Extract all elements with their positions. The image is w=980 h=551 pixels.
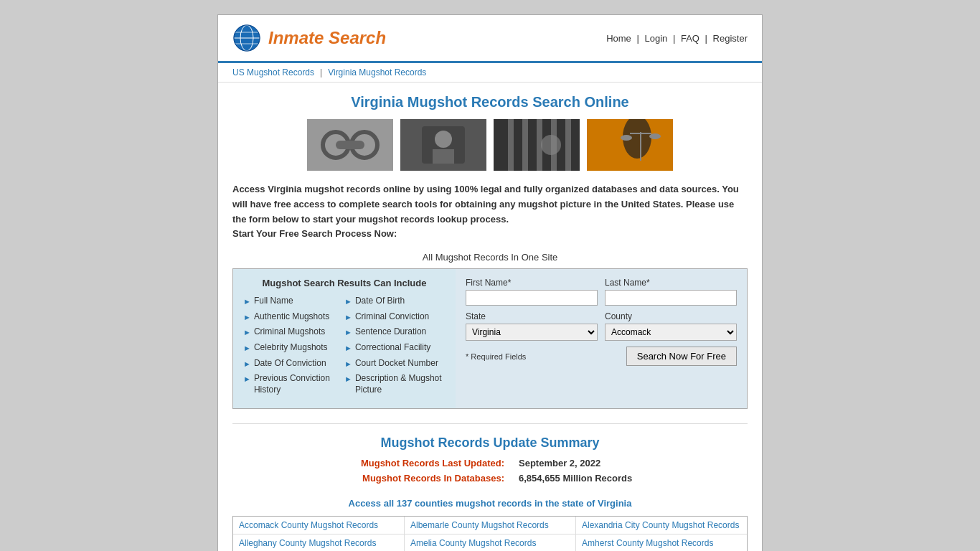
features-grid: ► Full Name ► Authentic Mugshots ► Crimi… (243, 296, 446, 400)
county-cell: Amelia County Mugshot Records (405, 534, 576, 551)
arrow-icon: ► (344, 374, 352, 384)
features-col-1: ► Full Name ► Authentic Mugshots ► Crimi… (243, 296, 344, 400)
feature-criminal-conviction: ► Criminal Conviction (344, 311, 446, 323)
search-section: Mugshot Search Results Can Include ► Ful… (232, 268, 748, 409)
feature-criminal-mugshots: ► Criminal Mugshots (243, 326, 344, 338)
features-col-2: ► Date Of Birth ► Criminal Conviction ► … (344, 296, 446, 400)
last-name-group: Last Name* (605, 278, 737, 306)
arrest-image (400, 119, 486, 171)
last-updated-label: Mugshot Records Last Updated: (318, 458, 504, 468)
feature-date-of-birth: ► Date Of Birth (344, 296, 446, 307)
breadcrumb: US Mugshot Records | Virginia Mugshot Re… (218, 63, 762, 83)
in-databases-label: Mugshot Records In Databases: (318, 473, 504, 484)
last-updated-value: September 2, 2022 (519, 458, 662, 468)
last-name-label: Last Name* (605, 278, 737, 288)
arrow-icon: ► (243, 359, 251, 369)
svg-rect-9 (336, 141, 364, 149)
counties-row-2: Alleghany County Mugshot Records Amelia … (233, 534, 747, 551)
last-name-input[interactable] (605, 290, 737, 306)
feature-sentence-duration: ► Sentence Duration (344, 326, 446, 338)
feature-description-mugshot: ► Description & Mugshot Picture (344, 373, 446, 395)
in-databases-row: Mugshot Records In Databases: 6,854,655 … (232, 473, 748, 484)
globe-icon (232, 24, 261, 52)
page-title: Virginia Mugshot Records Search Online (232, 94, 748, 110)
bars-image (494, 119, 580, 171)
state-group: State Virginia (466, 311, 598, 341)
county-cell: Amherst County Mugshot Records (576, 534, 747, 551)
state-label: State (466, 311, 598, 321)
in-databases-value: 6,854,655 Million Records (519, 473, 662, 484)
county-cell: Alleghany County Mugshot Records (233, 534, 405, 551)
handcuffs-image (307, 119, 393, 171)
start-text: Start Your Free Search Process Now: (232, 228, 397, 239)
logo-area: Inmate Search (232, 24, 386, 52)
update-title: Mugshot Records Update Summary (232, 435, 748, 451)
svg-point-12 (435, 131, 452, 148)
counties-row-1: Accomack County Mugshot Records Albemarl… (233, 517, 747, 534)
header: Inmate Search Home | Login | FAQ | Regis… (218, 15, 762, 63)
site-title: Inmate Search (268, 28, 386, 48)
right-panel: First Name* Last Name* State Virginia (456, 269, 747, 408)
arrow-icon: ► (344, 359, 352, 369)
arrow-icon: ► (243, 296, 251, 306)
svg-rect-16 (522, 119, 528, 171)
form-bottom: * Required Fields Search Now For Free (466, 347, 737, 366)
breadcrumb-us-mugshot[interactable]: US Mugshot Records (232, 67, 314, 77)
description: Access Virginia mugshot records online b… (232, 182, 748, 242)
feature-celebrity-mugshots: ► Celebrity Mugshots (243, 342, 344, 354)
name-row: First Name* Last Name* (466, 278, 737, 306)
county-access-link[interactable]: Access all 137 counties mugshot records … (349, 498, 632, 509)
feature-correctional-facility: ► Correctional Facility (344, 342, 446, 354)
svg-rect-13 (433, 149, 454, 164)
arrow-icon: ► (243, 343, 251, 353)
arrow-icon: ► (243, 327, 251, 337)
nav-login[interactable]: Login (644, 33, 667, 44)
nav-register[interactable]: Register (713, 33, 748, 44)
last-updated-row: Mugshot Records Last Updated: September … (232, 458, 748, 468)
justice-image (587, 119, 673, 171)
feature-previous-conviction: ► Previous Conviction History (243, 373, 344, 395)
main-content: Virginia Mugshot Records Search Online (218, 83, 762, 551)
arrow-icon: ► (344, 343, 352, 353)
nav-home[interactable]: Home (606, 33, 631, 44)
county-group: County Accomack Alleghany Amelia Amherst… (605, 311, 737, 341)
page-wrapper: Inmate Search Home | Login | FAQ | Regis… (217, 14, 763, 551)
arrow-icon: ► (344, 327, 352, 337)
nav-links: Home | Login | FAQ | Register (606, 33, 748, 44)
state-select[interactable]: Virginia (466, 324, 598, 341)
svg-rect-19 (565, 119, 571, 171)
arrow-icon: ► (243, 374, 251, 384)
county-cell: Alexandria City County Mugshot Records (576, 517, 747, 534)
nav-faq[interactable]: FAQ (681, 33, 699, 44)
arrow-icon: ► (344, 312, 352, 322)
county-cell: Accomack County Mugshot Records (233, 517, 405, 534)
feature-full-name: ► Full Name (243, 296, 344, 307)
first-name-input[interactable] (466, 290, 598, 306)
left-panel: Mugshot Search Results Can Include ► Ful… (233, 269, 456, 408)
svg-point-25 (621, 135, 632, 141)
left-panel-heading: Mugshot Search Results Can Include (243, 278, 446, 288)
arrow-icon: ► (243, 312, 251, 322)
search-button[interactable]: Search Now For Free (626, 347, 737, 366)
county-cell: Albemarle County Mugshot Records (405, 517, 576, 534)
all-mugshots-label: All Mugshot Records In One Site (232, 252, 748, 263)
images-row (232, 119, 748, 171)
update-summary: Mugshot Records Update Summary Mugshot R… (232, 423, 748, 484)
county-select[interactable]: Accomack Alleghany Amelia Amherst Appoma… (605, 324, 737, 341)
first-name-label: First Name* (466, 278, 598, 288)
svg-rect-15 (508, 119, 514, 171)
required-note: * Required Fields (466, 352, 526, 361)
counties-table: Accomack County Mugshot Records Albemarl… (232, 516, 748, 551)
first-name-group: First Name* (466, 278, 598, 306)
feature-date-of-conviction: ► Date Of Conviction (243, 358, 344, 369)
feature-court-docket: ► Court Docket Number (344, 358, 446, 369)
svg-point-20 (541, 135, 561, 155)
svg-point-26 (649, 133, 661, 139)
location-row: State Virginia County Accomack Alleghany… (466, 311, 737, 341)
arrow-icon: ► (344, 296, 352, 306)
feature-authentic-mugshots: ► Authentic Mugshots (243, 311, 344, 323)
breadcrumb-va-mugshot[interactable]: Virginia Mugshot Records (328, 67, 426, 77)
county-label: County (605, 311, 737, 321)
county-access: Access all 137 counties mugshot records … (232, 498, 748, 509)
